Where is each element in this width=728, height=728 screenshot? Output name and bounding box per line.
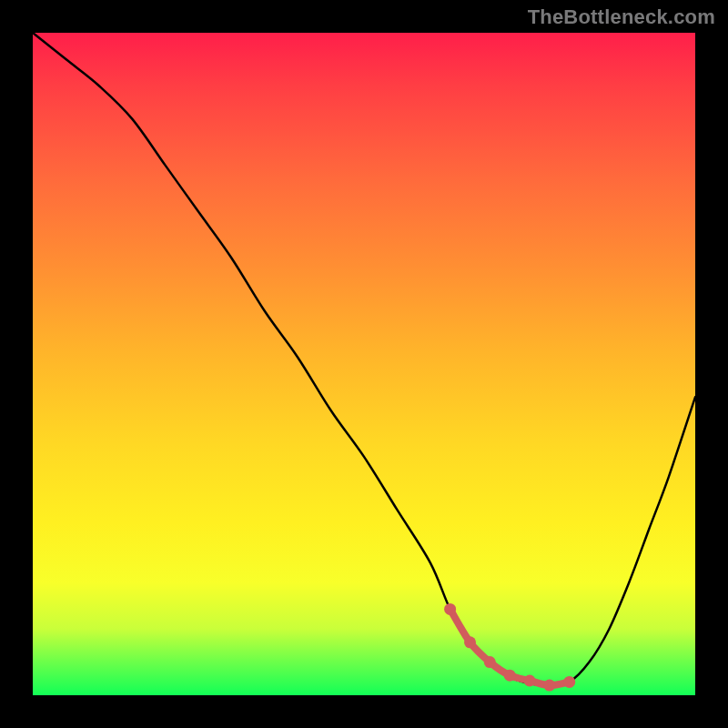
watermark-text: TheBottleneck.com	[528, 5, 715, 29]
chart-frame: TheBottleneck.com	[0, 0, 728, 728]
optimal-band-marker	[444, 603, 456, 615]
optimal-band-marker	[504, 670, 516, 682]
optimal-band-marker	[543, 680, 555, 692]
optimal-band-markers	[444, 603, 575, 692]
optimal-band-marker	[524, 675, 536, 687]
bottleneck-curve-path	[33, 33, 695, 685]
optimal-band-marker	[484, 656, 496, 668]
optimal-band-marker	[563, 676, 575, 688]
curve-overlay	[33, 33, 695, 695]
optimal-band-marker	[464, 636, 476, 648]
